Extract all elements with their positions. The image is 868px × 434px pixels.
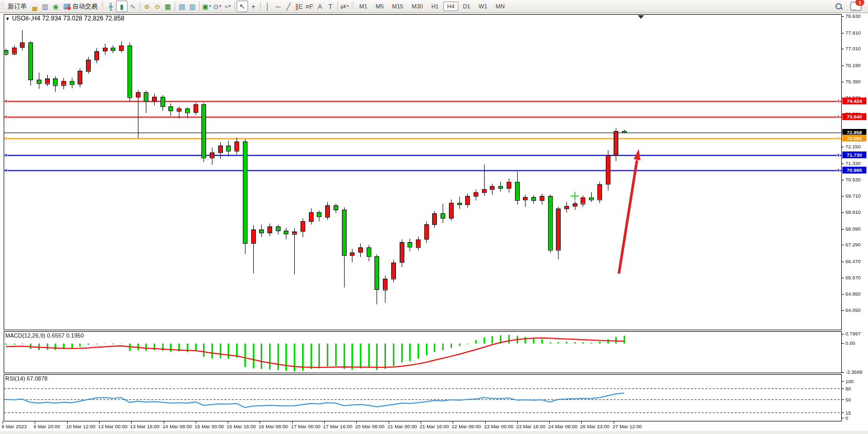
price-tick-label: 67.290 — [845, 242, 861, 247]
price-tick-label: 66.470 — [845, 258, 861, 264]
vertical-line-icon[interactable]: │ — [262, 1, 273, 12]
time-axis-label: 17 Mar 00:00 — [291, 424, 320, 429]
templates-icon[interactable]: ≈▾ — [222, 1, 233, 12]
price-tick-label: 64.050 — [845, 307, 861, 313]
rsi-axis-label: 100 — [845, 378, 854, 384]
timeframe-mn[interactable]: MN — [492, 2, 508, 11]
toolbar-separator — [140, 2, 140, 11]
auto-trading-icon — [63, 4, 70, 9]
timeframe-m1[interactable]: M1 — [356, 2, 371, 11]
profile-next-icon[interactable]: ▤ — [177, 1, 187, 12]
time-axis-label: 10 Mar 12:00 — [66, 424, 95, 429]
time-axis-label: 23 Mar 16:00 — [516, 424, 545, 429]
price-tick-label: 68.910 — [845, 209, 861, 215]
price-tick-label: 65.670 — [845, 275, 861, 280]
chat-icon[interactable]: 1 — [850, 2, 862, 11]
dropdown-arrow-icon[interactable]: ▾ — [219, 4, 221, 8]
time-axis-label: 24 Mar 08:00 — [548, 424, 577, 429]
period-clock-icon[interactable]: ⊙▾ — [212, 1, 222, 12]
bar-chart-icon[interactable]: ╫ — [105, 1, 116, 12]
time-axis-label: 17 Mar 16:00 — [323, 424, 352, 429]
toolbar-drag-handle[interactable] — [351, 2, 354, 11]
toolbar-separator — [234, 2, 235, 11]
macd-indicator-label: MACD(12,26,9) 0.6557 0.1950 — [5, 332, 84, 339]
horizontal-line-icon[interactable]: ─ — [273, 1, 283, 12]
dropdown-arrow-icon[interactable]: ▾ — [209, 4, 211, 8]
time-axis-label: 23 Mar 00:00 — [484, 424, 513, 429]
time-axis-label: 21 Mar 16:00 — [420, 424, 449, 429]
time-axis-label: 14 Mar 08:00 — [163, 424, 192, 429]
hline-price-badge: 73.640 — [842, 113, 866, 120]
rsi-indicator-label: RSI(14) 67.0878 — [5, 375, 48, 382]
arrows-icon[interactable]: ⇄▾ — [339, 1, 350, 12]
time-axis-label: 13 Mar 00:00 — [98, 424, 127, 429]
time-axis-label: 13 Mar 16:00 — [130, 424, 159, 429]
time-axis-label: 21 Mar 00:00 — [388, 424, 417, 429]
hline-price-badge: 71.730 — [842, 151, 866, 158]
notification-badge: 1 — [855, 0, 864, 6]
time-axis-label: 15 Mar 16:00 — [227, 424, 256, 429]
crosshair-icon[interactable]: + — [248, 1, 259, 12]
chevron-down-icon[interactable]: ▼ — [5, 16, 10, 21]
price-tick-label: 75.390 — [845, 79, 861, 84]
signal-icon[interactable]: ◉ — [50, 1, 61, 12]
gold-bars-icon[interactable]: ▄ — [29, 1, 40, 12]
price-tick-label: 71.330 — [845, 160, 861, 166]
text-label-icon[interactable]: T — [325, 1, 336, 12]
timeframe-d1[interactable]: D1 — [459, 2, 474, 11]
time-axis-label: 27 Mar 12:00 — [613, 424, 642, 429]
auto-trading-button[interactable]: 自动交易 — [61, 1, 100, 12]
candlestick-chart-icon[interactable]: ▮ — [116, 1, 127, 12]
dropdown-arrow-icon[interactable]: ▾ — [229, 4, 231, 8]
price-tick-label: 77.810 — [845, 30, 861, 36]
equidistant-channel-icon[interactable]: ∥E — [294, 1, 304, 12]
price-tick-label: 64.850 — [845, 291, 861, 297]
cursor-icon[interactable]: ↖ — [237, 1, 248, 12]
trading-terminal-window: 新订单 ▄▥◉ 自动交易 ╫▮∿⊕⊖▦▤▥▣▾⊙▾≈▾↖+│─╱∥E≡FAT⇄▾… — [0, 0, 868, 434]
toolbar-separator — [175, 2, 175, 11]
macd-axis-label: -2.3689 — [845, 369, 862, 375]
macd-axis-label: 0.00 — [845, 340, 855, 346]
toolbar-drag-handle[interactable] — [1, 2, 4, 11]
timeframe-h4[interactable]: H4 — [443, 2, 458, 11]
fibonacci-icon[interactable]: ≡F — [304, 1, 315, 12]
price-tick-label: 77.010 — [845, 46, 861, 51]
new-order-button[interactable]: 新订单 — [5, 1, 29, 12]
toolbar-drag-handle[interactable] — [101, 2, 104, 11]
price-tick-label: 72.150 — [845, 144, 861, 149]
time-axis-label: 20 Mar 08:00 — [355, 424, 384, 429]
timeframe-m15[interactable]: M15 — [389, 2, 407, 11]
rsi-axis-label: 0 — [845, 415, 848, 421]
hline-price-badge: 70.995 — [842, 167, 866, 173]
price-tick-label: 69.710 — [845, 193, 861, 199]
chart-area[interactable] — [0, 0, 868, 434]
line-chart-icon[interactable]: ∿ — [127, 1, 138, 12]
search-icon[interactable] — [834, 2, 843, 10]
hline-price-badge: 74.424 — [842, 97, 866, 104]
macd-axis-label: 0.7997 — [845, 331, 861, 337]
price-tick-label: 76.190 — [845, 62, 861, 68]
timeframe-m30[interactable]: M30 — [408, 2, 426, 11]
text-icon[interactable]: A — [315, 1, 325, 12]
timeframe-h1[interactable]: H1 — [427, 2, 442, 11]
timeframe-m5[interactable]: M5 — [372, 2, 387, 11]
ohlc-values: 72.934 73.028 72.826 72.858 — [42, 15, 124, 22]
zoom-out-icon[interactable]: ⊖ — [152, 1, 163, 12]
time-axis-label: 9 Mar 2023 — [2, 424, 27, 429]
rsi-axis-label: 50 — [845, 397, 851, 403]
main-toolbar: 新订单 ▄▥◉ 自动交易 ╫▮∿⊕⊖▦▤▥▣▾⊙▾≈▾↖+│─╱∥E≡FAT⇄▾… — [0, 0, 868, 13]
trendline-icon[interactable]: ╱ — [283, 1, 294, 12]
tile-windows-icon[interactable]: ▦ — [163, 1, 173, 12]
market-watch-icon[interactable]: ▥ — [40, 1, 50, 12]
time-axis-label: 22 Mar 08:00 — [452, 424, 481, 429]
dropdown-arrow-icon[interactable]: ▾ — [347, 4, 349, 8]
price-tick-label: 68.090 — [845, 226, 861, 232]
zoom-in-icon[interactable]: ⊕ — [142, 1, 152, 12]
chart-title: ▼USOil-,H4 72.934 73.028 72.826 72.858 — [5, 15, 124, 22]
symbol-timeframe: USOil-,H4 — [12, 15, 40, 22]
toolbar-separator — [337, 2, 338, 11]
profile-prev-icon[interactable]: ▥ — [187, 1, 198, 12]
new-chart-icon[interactable]: ▣▾ — [201, 1, 212, 12]
price-tick-label: 78.630 — [845, 13, 861, 19]
timeframe-w1[interactable]: W1 — [475, 2, 491, 11]
